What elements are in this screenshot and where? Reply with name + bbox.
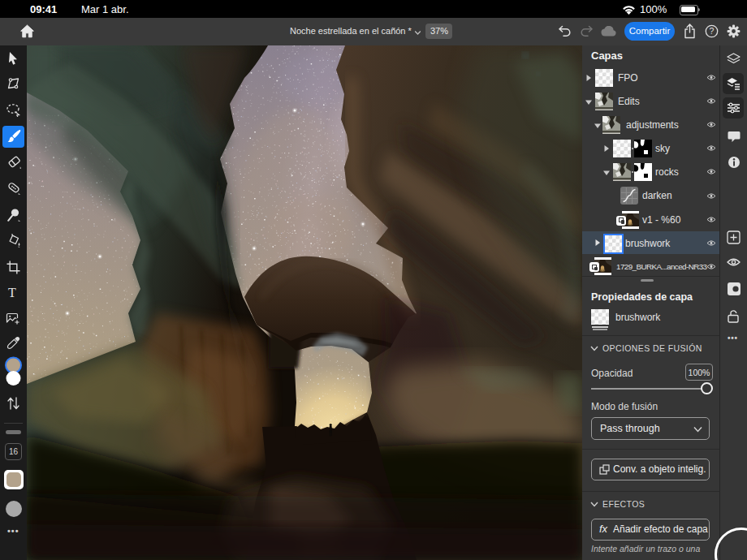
svg-text:?: ?: [710, 26, 715, 36]
